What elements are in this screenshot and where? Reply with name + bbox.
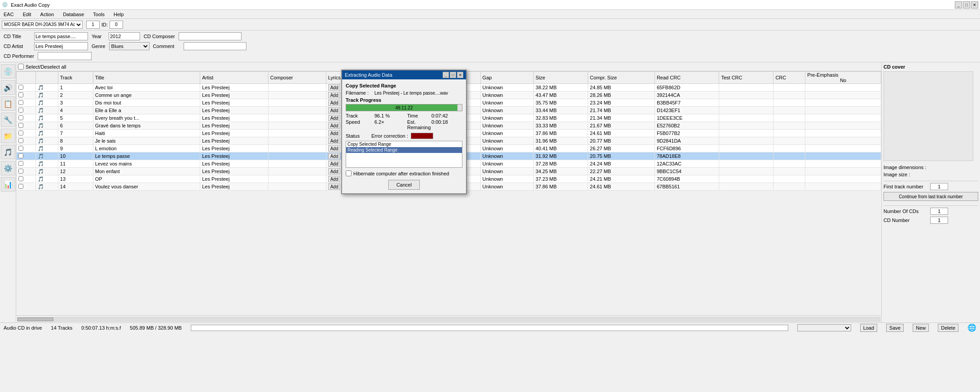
row-check[interactable] [17,130,36,137]
device-select[interactable]: MOSER BAER DH-20A3S 9M74 Adapter: 1 ID: … [2,21,83,29]
sidebar-icon-5[interactable]: 📁 [1,129,15,143]
sidebar-icon-3[interactable]: 📋 [1,96,15,111]
id-input[interactable] [110,21,123,29]
row-size: 31.96 MB [534,137,588,145]
menu-database[interactable]: Database [61,11,86,18]
row-crc [773,107,805,114]
row-read-crc: 65FB862D [655,84,719,91]
row-composer [268,84,326,91]
row-pre [805,130,881,137]
dialog-minimize-button[interactable]: _ [443,72,449,78]
row-icon: 🎵 [36,137,58,145]
row-composer [268,175,326,183]
row-check[interactable] [17,84,36,91]
menu-edit[interactable]: Edit [21,11,33,18]
cancel-button[interactable]: Cancel [388,180,420,190]
main-layout: 💿 🔊 📋 🔧 📁 🎵 ⚙️ 📊 Select/Deselect all Tra… [0,62,980,322]
row-check[interactable] [17,114,36,122]
cd-info-line-1: CD Title Year CD Composer [4,31,976,41]
load-button[interactable]: Load [860,324,877,332]
number-of-cds-input[interactable] [930,208,948,215]
restore-button[interactable]: □ [963,1,970,9]
row-compr-size: 24.21 MB [588,175,655,183]
row-check[interactable] [17,145,36,152]
row-check[interactable] [17,107,36,114]
row-title: Haiti [93,130,200,137]
menu-tools[interactable]: Tools [91,11,106,18]
sidebar-icon-8[interactable]: 📊 [1,177,15,192]
sidebar-icon-7[interactable]: ⚙️ [1,161,15,175]
row-check[interactable] [17,152,36,160]
row-compr-size: 21.67 MB [588,122,655,130]
minimize-button[interactable]: _ [955,1,962,9]
cd-title-input[interactable] [34,32,88,40]
cd-performer-input[interactable] [38,52,92,60]
row-num: 11 [58,160,93,168]
extract-dialog: Extracting Audio Data _ □ ✕ Copy Selecte… [341,70,467,194]
bottom-scrollbar[interactable] [16,315,881,322]
row-test-crc [719,168,773,175]
row-pre [805,137,881,145]
row-check[interactable] [17,137,36,145]
menu-help[interactable]: Help [112,11,126,18]
row-check[interactable] [17,183,36,191]
row-size: 31.92 MB [534,152,588,160]
new-button[interactable]: New [913,324,929,332]
menu-action[interactable]: Action [39,11,56,18]
dialog-restore-button[interactable]: □ [450,72,456,78]
status-dropdown[interactable] [797,324,851,331]
row-check[interactable] [17,99,36,107]
dialog-titlebar-buttons[interactable]: _ □ ✕ [443,72,463,78]
log-area[interactable]: Copy Selected Range Reading Selected Ran… [346,141,462,168]
adapter-input[interactable] [86,21,100,29]
close-button[interactable]: ✕ [971,1,978,9]
row-gap: Unknown [480,160,533,168]
title-controls[interactable]: _ □ ✕ [955,1,978,9]
row-title: Mon enfant [93,168,200,175]
row-title: Voulez vous danser [93,183,200,191]
row-title: Gravé dans le temps [93,122,200,130]
row-title: L emotion [93,145,200,152]
save-button[interactable]: Save [886,324,904,332]
dialog-close-button[interactable]: ✕ [457,72,463,78]
row-crc [773,130,805,137]
first-track-input[interactable] [930,183,948,190]
row-num: 13 [58,175,93,183]
sidebar-icon-6[interactable]: 🎵 [1,145,15,159]
select-all-checkbox[interactable] [18,64,24,70]
row-icon: 🎵 [36,168,58,175]
row-composer [268,137,326,145]
year-input[interactable] [109,32,140,40]
sidebar-icon-4[interactable]: 🔧 [1,113,15,127]
est-remaining-label: Est. Remaining [407,119,430,130]
row-check[interactable] [17,122,36,130]
cd-artist-input[interactable] [34,42,88,50]
hibernate-checkbox[interactable] [346,170,352,176]
comment-label: Comment [153,44,180,49]
continue-from-last-track-button[interactable]: Continue from last track number [883,192,978,201]
sidebar-icon-2[interactable]: 🔊 [1,80,15,95]
row-num: 8 [58,137,93,145]
row-read-crc: E52760B2 [655,122,719,130]
toolbar-row: MOSER BAER DH-20A3S 9M74 Adapter: 1 ID: … [0,19,980,30]
row-compr-size: 24.61 MB [588,130,655,137]
comment-input[interactable] [184,42,246,50]
row-artist: Les Presteej [200,145,268,152]
menu-eac[interactable]: EAC [2,11,16,18]
sidebar-icon-1[interactable]: 💿 [1,64,15,78]
row-gap: Unknown [480,107,533,114]
cd-composer-input[interactable] [179,32,242,40]
row-crc [773,168,805,175]
row-check[interactable] [17,160,36,168]
row-check[interactable] [17,91,36,99]
row-title: Dis moi tout [93,99,200,107]
track-progress-text: 48:11.22 [396,105,413,110]
genre-select[interactable]: Blues [109,42,149,50]
row-size: 32.83 MB [534,114,588,122]
row-num: 4 [58,107,93,114]
row-check[interactable] [17,168,36,175]
cd-number-input[interactable] [930,217,948,224]
delete-button[interactable]: Delete [938,324,958,332]
row-pre [805,168,881,175]
row-check[interactable] [17,175,36,183]
